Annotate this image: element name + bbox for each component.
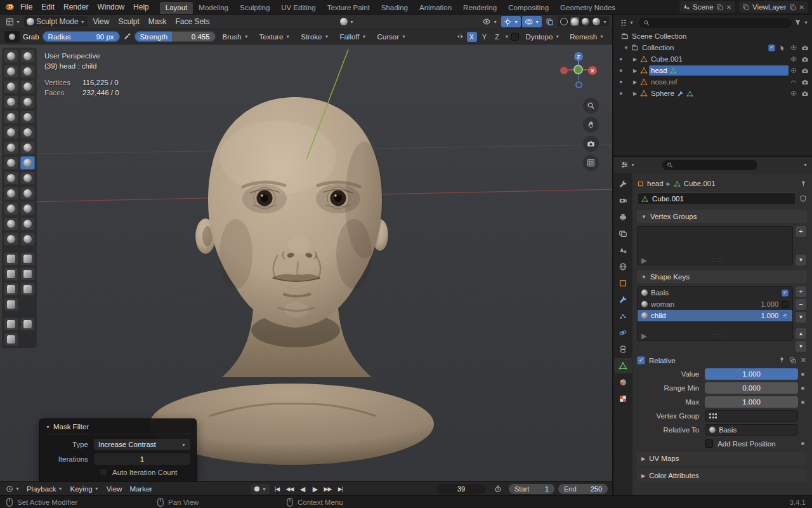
tool-draw-sharp-button[interactable] [20,50,35,63]
hide-eye-icon[interactable] [790,44,797,51]
world-properties-tab[interactable] [614,259,632,274]
tool-pinch-button[interactable] [4,156,18,170]
outliner-row-noseref[interactable]: ● ▶ nose.ref [613,76,812,88]
navigation-gizmo[interactable]: Z X [560,52,597,89]
dyntopo-dropdown[interactable]: Dyntopo▼ [521,33,563,41]
shape-key-row-basis[interactable]: Basis [638,287,792,298]
mesh-name-field[interactable]: Cube.001 [637,192,796,205]
particles-properties-tab[interactable] [614,309,632,324]
vertex-groups-section-header[interactable]: ▼ Vertex Groups [637,210,807,223]
workspace-tab-modeling[interactable]: Modeling [193,2,234,14]
tool-annotate-button[interactable] [4,333,18,346]
viewport-menu-face-sets[interactable]: Face Sets [171,15,214,29]
symmetry-x-toggle[interactable]: X [467,32,477,42]
tool-line-project-button[interactable] [20,267,35,281]
brush-preview[interactable] [4,31,20,43]
remove-shape-key-button[interactable]: − [796,299,806,310]
tool-simulate-button[interactable] [20,232,35,246]
workspace-tab-texture-paint[interactable]: Texture Paint [322,2,376,14]
auto-keying-button[interactable]: ▼ [251,484,270,494]
auto-iteration-checkbox[interactable] [100,468,108,476]
menu-window[interactable]: Window [93,0,129,14]
tool-slide-relax-button[interactable] [4,217,18,231]
disable-render-camera-icon[interactable] [801,90,809,97]
shape-key-mute-checkbox[interactable] [782,290,789,297]
shading-solid-button[interactable] [570,17,579,26]
tool-smooth-filter-button[interactable] [20,283,35,296]
viewport-menu-mask[interactable]: Mask [144,15,171,29]
texture-properties-tab[interactable] [614,391,632,406]
eyedropper-icon[interactable] [123,32,131,41]
scene-properties-tab[interactable] [614,243,632,258]
blender-logo-icon[interactable] [4,3,15,11]
shape-key-mute-checkbox[interactable] [782,312,789,319]
hide-eye-icon[interactable] [790,56,797,62]
workspace-tab-layout[interactable]: Layout [160,2,193,14]
constraints-properties-tab[interactable] [614,342,632,357]
3d-viewport[interactable]: User Perspective (39) head : child Verti… [0,44,612,481]
vertex-groups-list[interactable]: ▶ :::: [637,226,793,265]
shape-key-row-child[interactable]: child 1.000 [638,310,792,321]
properties-editor-type-button[interactable]: ▼ [618,159,638,171]
tool-clay-thumb-button[interactable] [4,80,18,93]
material-properties-tab[interactable] [614,375,632,390]
shape-keys-section-header[interactable]: ▼ Shape Keys [637,271,807,283]
tool-draw-face-sets-button[interactable] [20,252,35,265]
add-shape-key-button[interactable]: + [796,286,806,297]
radius-slider[interactable]: Radius 90 px [43,31,120,42]
cursor-dropdown[interactable]: Cursor▼ [373,33,409,41]
tool-multiplane-scrape-button[interactable] [20,141,35,154]
color-attributes-section-header[interactable]: ▶ Color Attributes [637,469,807,482]
disable-render-camera-icon[interactable] [801,44,809,51]
toggle-orthographic-button[interactable] [583,155,599,171]
tool-inflate-button[interactable] [4,95,18,109]
outliner-row-collection[interactable]: ▼ Collection [613,42,812,53]
outliner-row-scene-collection[interactable]: Scene Collection [613,30,812,42]
jump-to-start-button[interactable]: |◀ [272,484,282,494]
expand-caret-icon[interactable]: ▶ [631,68,639,74]
tool-transform-button[interactable] [20,318,35,331]
brush-dropdown[interactable]: Brush▼ [219,33,252,41]
fake-user-shield-icon[interactable] [799,195,807,203]
gizmo-z-neg-axis[interactable] [575,81,582,88]
viewport-menu-view[interactable]: View [89,15,114,29]
new-view-layer-icon[interactable] [789,4,796,11]
gizmo-x-axis[interactable]: X [588,66,597,75]
expand-caret-icon[interactable]: ▶ [631,91,639,97]
hide-eye-icon[interactable] [790,67,797,74]
menu-file[interactable]: File [16,0,37,14]
tool-fill-button[interactable] [20,126,35,139]
pan-hand-button[interactable] [583,117,599,133]
editor-type-button[interactable]: ▼ [3,16,23,27]
timeline-menu-playback[interactable]: Playback▼ [23,482,67,496]
menu-render[interactable]: Render [59,0,93,14]
tool-rotate-button[interactable] [20,202,35,215]
list-resize-grip[interactable]: :::: [647,257,789,263]
tool-layer-button[interactable] [20,80,35,93]
list-specials-caret[interactable]: ▶ [641,331,647,340]
frame-end-field[interactable]: End 250 [558,484,608,494]
list-specials-caret[interactable]: ▶ [641,256,647,265]
tool-crease-button[interactable] [4,110,18,124]
hide-eye-icon[interactable] [790,79,797,85]
mask-filter-type-dropdown[interactable]: Increase Contrast ▼ [94,439,190,450]
play-button[interactable]: ▶ [310,484,320,494]
texture-dropdown[interactable]: Texture▼ [256,33,294,41]
tool-box-trim-button[interactable] [4,267,18,281]
workspace-tab-shading[interactable]: Shading [376,2,414,14]
outliner-editor-type-button[interactable]: ▼ [617,17,636,29]
clear-shape-keys-icon[interactable]: ✕ [800,356,807,364]
iterations-field[interactable]: 1 [94,453,190,465]
timeline-editor-type-button[interactable]: ▼ [3,483,22,495]
breadcrumb-object[interactable]: head [647,180,664,187]
tool-mesh-filter-button[interactable] [4,283,18,296]
tool-draw-button[interactable] [4,50,18,63]
frame-start-field[interactable]: Start 1 [509,484,554,494]
workspace-tab-geometry-nodes[interactable]: Geometry Nodes [554,2,621,14]
relative-to-field[interactable]: Basis [705,424,798,436]
properties-search-input[interactable] [662,160,757,170]
breadcrumb-data[interactable]: Cube.001 [684,180,716,187]
outliner-row-sphere[interactable]: ● ▶ Sphere [613,88,812,99]
disable-render-camera-icon[interactable] [801,67,809,74]
new-scene-icon[interactable] [716,4,723,11]
